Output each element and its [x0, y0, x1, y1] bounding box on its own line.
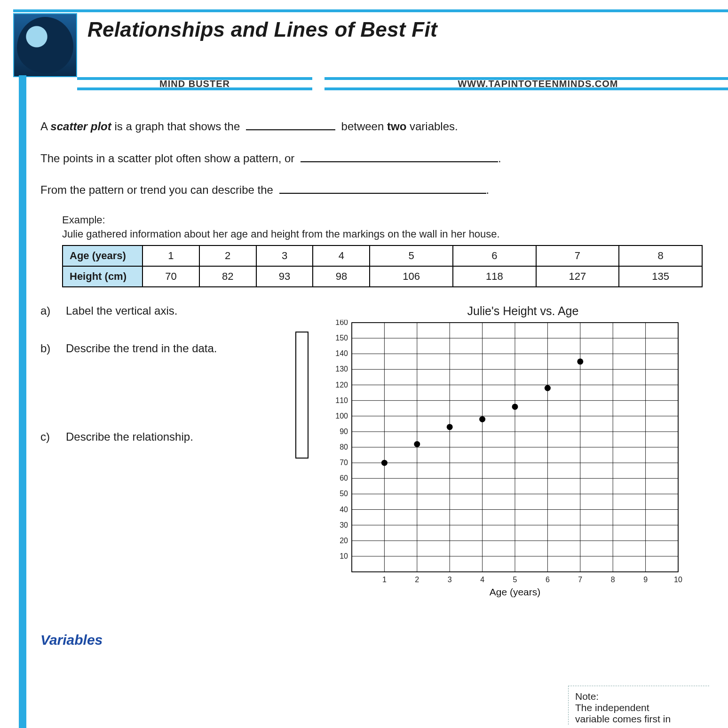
- svg-text:40: 40: [340, 505, 348, 513]
- svg-text:80: 80: [340, 443, 348, 451]
- cell: 8: [619, 245, 702, 266]
- svg-text:150: 150: [335, 334, 348, 342]
- note-label: Note:: [575, 691, 709, 702]
- svg-text:10: 10: [674, 576, 682, 584]
- cell: 135: [619, 266, 702, 287]
- example-description: Julie gathered information about her age…: [62, 228, 709, 240]
- cell: 106: [370, 266, 453, 287]
- text: .: [486, 183, 490, 196]
- svg-text:160: 160: [335, 320, 348, 326]
- cell: 82: [199, 266, 256, 287]
- term-two: two: [387, 120, 406, 133]
- q-text: Label the vertical axis.: [66, 304, 177, 317]
- fill-blank[interactable]: [279, 182, 486, 194]
- variables-heading: Variables: [40, 632, 709, 648]
- fill-blank[interactable]: [301, 150, 498, 162]
- q-text: Describe the relationship.: [66, 430, 193, 443]
- svg-text:90: 90: [340, 427, 348, 435]
- cell: 70: [142, 266, 199, 287]
- svg-text:4: 4: [480, 576, 484, 584]
- table-row: Height (cm) 70 82 93 98 106 118 127 135: [63, 266, 702, 287]
- q-label: c): [40, 430, 66, 443]
- y-axis-label-blank[interactable]: [295, 332, 309, 459]
- cell: 6: [453, 245, 536, 266]
- svg-text:3: 3: [448, 576, 452, 584]
- question-a: a)Label the vertical axis.: [40, 304, 318, 317]
- row-header-age: Age (years): [63, 245, 142, 266]
- cell: 3: [256, 245, 313, 266]
- svg-text:120: 120: [335, 380, 348, 388]
- note-text: variable comes first in: [575, 713, 709, 725]
- text: is a graph that shows the: [111, 120, 243, 133]
- note-text: The independent: [575, 702, 709, 713]
- question-c: c)Describe the relationship.: [40, 430, 318, 443]
- chart-title: Julie's Height vs. Age: [337, 304, 709, 318]
- top-accent-bar: [13, 9, 728, 12]
- svg-text:100: 100: [335, 411, 348, 419]
- scatter-plot: 1020304050607080901001101201301401501601…: [325, 320, 683, 602]
- svg-text:10: 10: [340, 552, 348, 560]
- questions: a)Label the vertical axis. b)Describe th…: [40, 304, 318, 602]
- svg-point-57: [414, 441, 420, 447]
- cell: 98: [313, 266, 370, 287]
- svg-text:60: 60: [340, 474, 348, 482]
- svg-text:50: 50: [340, 490, 348, 498]
- svg-text:1: 1: [382, 576, 387, 584]
- svg-point-62: [577, 358, 583, 364]
- svg-point-60: [512, 404, 518, 410]
- svg-text:9: 9: [643, 576, 648, 584]
- svg-text:30: 30: [340, 521, 348, 529]
- svg-text:7: 7: [578, 576, 582, 584]
- cell: 118: [453, 266, 536, 287]
- text: between: [338, 120, 387, 133]
- page-title: Relationships and Lines of Best Fit: [77, 13, 437, 47]
- svg-point-58: [447, 424, 453, 430]
- text: From the pattern or trend you can descri…: [40, 183, 277, 196]
- brain-head-icon: [17, 17, 73, 73]
- svg-text:5: 5: [513, 576, 517, 584]
- svg-point-56: [381, 459, 388, 466]
- text: The points in a scatter plot often show …: [40, 152, 298, 165]
- q-label: a): [40, 304, 66, 317]
- chart: Julie's Height vs. Age 10203040506070809…: [318, 304, 709, 602]
- cell: 127: [536, 266, 619, 287]
- text: A: [40, 120, 50, 133]
- question-b: b)Describe the trend in the data.: [40, 342, 318, 355]
- note-box: Note: The independent variable comes fir…: [568, 686, 709, 725]
- data-table: Age (years) 1 2 3 4 5 6 7 8 Height (cm) …: [62, 245, 703, 287]
- subtitle-url: WWW.TAPINTOTEENMINDS.COM: [324, 77, 728, 90]
- svg-text:6: 6: [546, 576, 550, 584]
- q-label: b): [40, 342, 66, 355]
- subtitle-mind-buster: MIND BUSTER: [77, 77, 312, 90]
- table-row: Age (years) 1 2 3 4 5 6 7 8: [63, 245, 702, 266]
- svg-text:8: 8: [611, 576, 615, 584]
- svg-text:70: 70: [340, 459, 348, 467]
- svg-point-59: [479, 416, 485, 422]
- svg-point-61: [545, 385, 551, 391]
- intro-text: A scatter plot is a graph that shows the…: [40, 119, 709, 198]
- cell: 7: [536, 245, 619, 266]
- svg-text:110: 110: [335, 396, 348, 404]
- left-accent-bar: [19, 75, 26, 728]
- fill-blank[interactable]: [246, 119, 335, 130]
- example-label: Example:: [62, 214, 709, 226]
- svg-text:140: 140: [335, 349, 348, 357]
- q-text: Describe the trend in the data.: [66, 342, 217, 355]
- text: .: [498, 152, 501, 165]
- term-scatter-plot: scatter plot: [50, 120, 111, 133]
- text: variables.: [406, 120, 458, 133]
- cell: 2: [199, 245, 256, 266]
- svg-text:Age (years): Age (years): [490, 586, 541, 597]
- cell: 4: [313, 245, 370, 266]
- cell: 93: [256, 266, 313, 287]
- logo: [13, 13, 77, 77]
- cell: 1: [142, 245, 199, 266]
- row-header-height: Height (cm): [63, 266, 142, 287]
- svg-text:2: 2: [415, 576, 419, 584]
- cell: 5: [370, 245, 453, 266]
- svg-text:130: 130: [335, 365, 348, 373]
- content: A scatter plot is a graph that shows the…: [40, 119, 709, 648]
- svg-text:20: 20: [340, 536, 348, 544]
- header: Relationships and Lines of Best Fit MIND…: [0, 0, 728, 90]
